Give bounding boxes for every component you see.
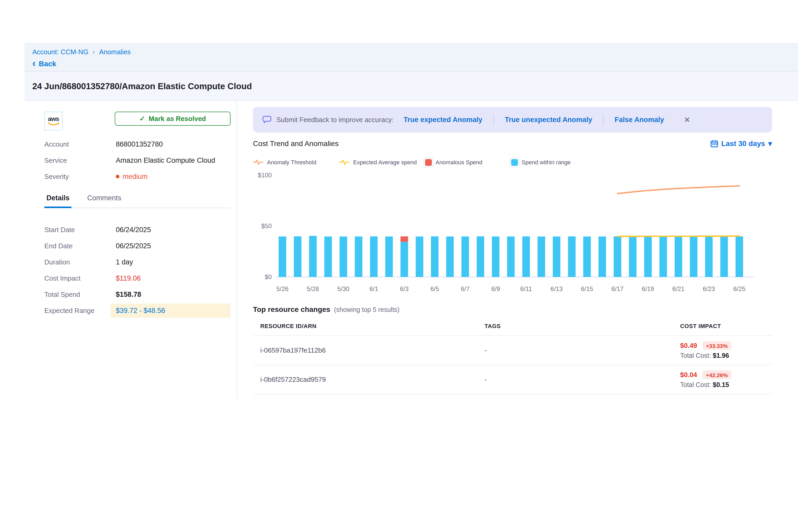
aws-logo: aws (44, 112, 62, 130)
breadcrumb-band: Account: CCM-NG › Anomalies ‹ Back (24, 43, 798, 72)
table-row[interactable]: i-06597ba197fe112b6 - $0.49 +33.33% Tota… (253, 336, 772, 365)
resource-changes-title: Top resource changes (253, 305, 330, 314)
date-range-selector[interactable]: Last 30 days ▾ (710, 139, 772, 148)
svg-text:$100: $100 (258, 172, 272, 179)
feedback-bubble-icon (262, 115, 272, 124)
svg-text:6/25: 6/25 (733, 285, 746, 292)
feedback-divider (603, 114, 604, 126)
svg-text:6/3: 6/3 (400, 285, 408, 292)
summary-section: Account 868001352780 Service Amazon Elas… (44, 138, 230, 183)
pulse-line-icon (339, 158, 349, 166)
svg-text:6/13: 6/13 (551, 285, 563, 292)
table-header-row: RESOURCE ID/ARN TAGS COST IMPACT (253, 319, 772, 336)
total-spend-label: Total Spend (44, 290, 116, 298)
svg-text:6/11: 6/11 (520, 285, 532, 292)
end-date-row: End Date 06/25/2025 (44, 238, 230, 254)
legend-label: Expected Average spend (353, 159, 417, 165)
anomaly-details-panel: aws ✓ Mark as Resolved Account 868001352… (24, 101, 237, 398)
resource-changes-header: Top resource changes (showing top 5 resu… (253, 305, 772, 314)
mark-as-resolved-button[interactable]: ✓ Mark as Resolved (115, 112, 230, 126)
column-resource-id: RESOURCE ID/ARN (260, 323, 484, 329)
feedback-divider (493, 114, 494, 126)
title-band: 24 Jun/868001352780/Amazon Elastic Compu… (24, 72, 798, 101)
start-date-value: 06/24/2025 (116, 226, 151, 234)
total-spend-value: $158.78 (116, 290, 141, 298)
account-value: 868001352780 (116, 140, 163, 148)
cost-impact-cell: $0.49 +33.33% Total Cost: $1.96 (680, 341, 772, 359)
severity-text: medium (122, 172, 148, 180)
aws-smile-icon (47, 122, 60, 126)
detail-fields: Start Date 06/24/2025 End Date 06/25/202… (44, 222, 230, 319)
expected-range-value: $39.72 - $48.56 (111, 304, 230, 318)
svg-text:5/28: 5/28 (307, 285, 319, 292)
resolve-button-label: Mark as Resolved (149, 115, 206, 122)
change-percent-badge: +33.33% (702, 341, 732, 350)
account-row: Account 868001352780 (44, 138, 230, 150)
detail-tabs: Details Comments (44, 194, 230, 208)
breadcrumb-anomalies-link[interactable]: Anomalies (99, 48, 131, 56)
column-tags: TAGS (484, 323, 680, 329)
legend-item: Spend within range (511, 159, 571, 166)
check-icon: ✓ (139, 115, 145, 122)
resource-id[interactable]: i-0b6f257223cad9579 (260, 376, 484, 383)
feedback-prompt: Submit Feedback to improve accuracy: (277, 116, 394, 124)
cost-impact-cell: $0.04 +42.26% Total Cost: $0.15 (680, 370, 772, 388)
severity-value: medium (116, 172, 148, 180)
back-chevron-icon: ‹ (32, 60, 36, 67)
legend-item: Expected Average spend (339, 158, 425, 166)
svg-text:6/1: 6/1 (369, 285, 378, 292)
feedback-option-true-unexpected[interactable]: True unexpected Anomaly (505, 116, 592, 124)
resource-tags: - (484, 346, 680, 354)
legend-label: Anomaly Threshold (267, 159, 316, 165)
svg-text:$0: $0 (265, 273, 272, 280)
cost-impact-amount: $0.04 (680, 371, 697, 379)
resource-tags: - (484, 376, 680, 383)
legend-item: Anomalous Spend (425, 159, 511, 166)
feedback-bar: Submit Feedback to improve accuracy: Tru… (253, 107, 772, 132)
tab-details[interactable]: Details (44, 194, 72, 208)
feedback-close-icon[interactable]: ✕ (684, 115, 690, 125)
calendar-icon (710, 139, 718, 147)
color-swatch-icon (425, 159, 432, 166)
breadcrumb-account-link[interactable]: Account: CCM-NG (32, 48, 89, 56)
svg-text:6/17: 6/17 (611, 285, 624, 292)
legend-item: Anomaly Threshold (253, 158, 339, 166)
cost-impact-amount: $0.49 (680, 342, 697, 349)
legend-label: Spend within range (521, 159, 571, 165)
severity-label: Severity (44, 172, 116, 180)
resource-changes-table: RESOURCE ID/ARN TAGS COST IMPACT i-06597… (253, 319, 772, 394)
svg-text:6/21: 6/21 (672, 285, 685, 292)
svg-text:6/7: 6/7 (461, 285, 470, 292)
tab-comments[interactable]: Comments (85, 194, 124, 208)
breadcrumb: Account: CCM-NG › Anomalies (32, 48, 798, 56)
provider-row: aws ✓ Mark as Resolved (44, 112, 230, 130)
change-percent-badge: +42.26% (702, 370, 732, 379)
feedback-option-false-anomaly[interactable]: False Anomaly (615, 116, 664, 124)
column-cost-impact: COST IMPACT (680, 323, 772, 329)
feedback-option-true-expected[interactable]: True expected Anomaly (403, 116, 482, 124)
chart-header: Cost Trend and Anomalies Last 30 days ▾ (253, 139, 772, 148)
total-spend-row: Total Spend $158.78 (44, 286, 230, 303)
svg-text:6/23: 6/23 (703, 285, 715, 292)
legend-label: Anomalous Spend (436, 159, 482, 165)
chart-legend: Anomaly ThresholdExpected Average spendA… (253, 158, 772, 166)
start-date-row: Start Date 06/24/2025 (44, 222, 230, 238)
svg-text:6/15: 6/15 (581, 285, 593, 292)
svg-text:6/19: 6/19 (642, 285, 654, 292)
table-row[interactable]: i-0b6f257223cad9579 - $0.04 +42.26% Tota… (253, 365, 772, 394)
expected-range-label: Expected Range (44, 307, 116, 315)
aws-logo-text: aws (48, 116, 59, 122)
svg-text:$50: $50 (261, 223, 272, 229)
duration-label: Duration (44, 258, 116, 266)
back-button[interactable]: ‹ Back (32, 59, 798, 68)
end-date-value: 06/25/2025 (116, 242, 151, 250)
svg-text:6/9: 6/9 (491, 285, 500, 292)
page: Account: CCM-NG › Anomalies ‹ Back 24 Ju… (0, 0, 798, 532)
severity-dot-icon (116, 174, 119, 178)
caret-down-icon: ▾ (768, 139, 772, 148)
severity-row: Severity medium (44, 170, 230, 183)
resource-id[interactable]: i-06597ba197fe112b6 (260, 346, 484, 354)
total-cost: Total Cost: $1.96 (680, 352, 772, 359)
start-date-label: Start Date (44, 226, 116, 234)
service-value: Amazon Elastic Compute Cloud (116, 156, 215, 164)
